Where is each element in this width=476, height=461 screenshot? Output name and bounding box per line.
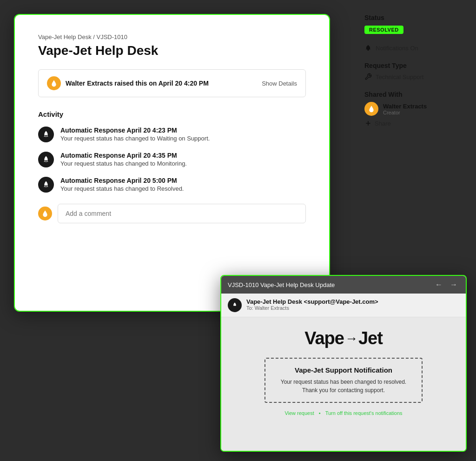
auto-response-avatar-3 <box>38 177 54 193</box>
shared-user-avatar <box>364 102 378 116</box>
turn-off-notifications-link[interactable]: Turn off this request's notifications <box>325 410 403 416</box>
activity-item-1: Automatic Response April 20 4:23 PM Your… <box>38 127 306 142</box>
shared-user-name: Walter Extracts <box>383 103 427 110</box>
email-notification-box: Vape-Jet Support Notification Your reque… <box>264 358 423 403</box>
activity-desc-1: Your request status has changed to Waiti… <box>60 135 210 142</box>
rocket-icon-3 <box>42 180 50 189</box>
email-forward-button[interactable]: → <box>448 281 459 289</box>
activity-content-2: Automatic Response April 20 4:35 PM Your… <box>60 152 187 167</box>
activity-title-1: Automatic Response April 20 4:23 PM <box>60 127 210 134</box>
comment-input[interactable] <box>58 204 306 223</box>
raised-bar: Walter Extracts raised this on April 20 … <box>38 69 306 97</box>
activity-content-1: Automatic Response April 20 4:23 PM Your… <box>60 127 210 142</box>
plus-icon <box>364 120 372 127</box>
email-header: Vape-Jet Help Desk <support@Vape-Jet.com… <box>221 294 466 317</box>
email-back-button[interactable]: ← <box>433 281 444 289</box>
activity-item-2: Automatic Response April 20 4:35 PM Your… <box>38 152 306 167</box>
raised-text: Walter Extracts raised this on April 20 … <box>66 80 209 87</box>
bell-icon <box>364 44 372 52</box>
activity-label: Activity <box>38 110 306 118</box>
email-window: VJSD-1010 Vape-Jet Help Desk Update ← → … <box>220 275 467 452</box>
status-heading: Status <box>364 14 457 21</box>
shared-user-role: Creator <box>383 110 427 115</box>
drop-icon-comment <box>41 210 49 217</box>
comment-row <box>38 204 306 223</box>
request-type-label: Technical Support <box>376 73 423 80</box>
email-logo: Vape→Jet <box>304 328 383 348</box>
activity-title-3: Automatic Response April 20 5:00 PM <box>60 177 184 184</box>
email-from: Vape-Jet Help Desk <support@Vape-Jet.com… <box>246 298 378 305</box>
shared-heading: Shared With <box>364 91 457 98</box>
activity-content-3: Automatic Response April 20 5:00 PM Your… <box>60 177 184 192</box>
show-details-link[interactable]: Show Details <box>262 80 297 87</box>
email-notification-text: Your request status has been changed to … <box>275 378 412 394</box>
raised-bar-left: Walter Extracts raised this on April 20 … <box>47 76 209 90</box>
activity-desc-3: Your request status has changed to Resol… <box>60 185 184 192</box>
request-type-section: Request Type Technical Support <box>364 62 457 80</box>
auto-response-avatar-1 <box>38 127 54 142</box>
share-button[interactable]: Share <box>364 120 391 127</box>
rocket-icon-1 <box>42 130 50 139</box>
drop-icon <box>50 80 58 87</box>
email-notification-title: Vape-Jet Support Notification <box>275 366 412 374</box>
logo-text-2: Jet <box>358 328 383 348</box>
walter-extracts-avatar <box>47 76 61 90</box>
auto-response-avatar-2 <box>38 152 54 167</box>
email-sender-info: Vape-Jet Help Desk <support@Vape-Jet.com… <box>246 298 378 311</box>
breadcrumb: Vape-Jet Help Desk / VJSD-1010 <box>38 33 306 40</box>
notifications-row: Notifications On <box>364 44 457 52</box>
sidebar-panel: Status RESOLVED Notifications On Request… <box>364 14 457 137</box>
main-window: Vape-Jet Help Desk / VJSD-1010 Vape-Jet … <box>14 14 330 312</box>
drop-icon-shared <box>368 105 375 113</box>
footer-separator: • <box>319 410 321 416</box>
email-title-text: VJSD-1010 Vape-Jet Help Desk Update <box>228 281 335 288</box>
shared-with-section: Shared With Walter Extracts Creator Shar… <box>364 91 457 127</box>
email-content-area: Vape→Jet Vape-Jet Support Notification Y… <box>221 317 466 452</box>
activity-title-2: Automatic Response April 20 4:35 PM <box>60 152 187 159</box>
notifications-section: Notifications On <box>364 44 457 52</box>
share-label: Share <box>375 120 391 127</box>
page-title: Vape-Jet Help Desk <box>38 43 306 58</box>
notifications-label: Notifications On <box>376 45 418 52</box>
rocket-icon-2 <box>42 155 50 164</box>
comment-avatar <box>38 207 52 220</box>
wrench-icon <box>364 73 372 80</box>
email-footer-links: View request • Turn off this request's n… <box>284 410 402 416</box>
email-titlebar: VJSD-1010 Vape-Jet Help Desk Update ← → <box>221 276 466 294</box>
rocket-icon-email <box>231 302 238 308</box>
logo-text-1: Vape <box>304 328 344 348</box>
status-badge: RESOLVED <box>364 26 403 34</box>
request-type-row: Technical Support <box>364 73 457 80</box>
email-sender-avatar <box>228 298 242 312</box>
view-request-link[interactable]: View request <box>284 410 314 416</box>
shared-user-info: Walter Extracts Creator <box>383 103 427 115</box>
status-section: Status RESOLVED <box>364 14 457 34</box>
shared-user-row: Walter Extracts Creator <box>364 102 457 116</box>
activity-item-3: Automatic Response April 20 5:00 PM Your… <box>38 177 306 193</box>
request-type-heading: Request Type <box>364 62 457 69</box>
email-to: To: Walter Extracts <box>246 305 378 311</box>
logo-arrow: → <box>345 331 357 346</box>
email-nav-buttons: ← → <box>433 281 459 289</box>
activity-desc-2: Your request status has changed to Monit… <box>60 160 187 167</box>
